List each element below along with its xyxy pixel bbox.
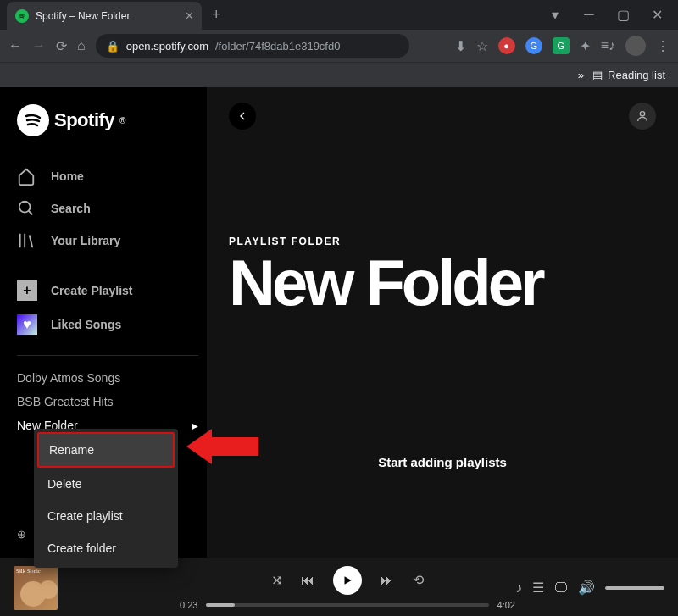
close-tab-icon[interactable]: × bbox=[186, 8, 193, 24]
context-create-playlist[interactable]: Create playlist bbox=[37, 500, 175, 532]
album-art[interactable] bbox=[14, 566, 58, 610]
close-window-icon[interactable]: ✕ bbox=[648, 7, 665, 23]
playlist-item[interactable]: BSB Greatest Hits bbox=[17, 390, 198, 413]
context-rename[interactable]: Rename bbox=[37, 432, 175, 468]
url-host: open.spotify.com bbox=[126, 40, 208, 53]
nav-create-label: Create Playlist bbox=[51, 284, 133, 297]
new-tab-button[interactable]: + bbox=[212, 6, 221, 24]
spotify-logo-text: Spotify bbox=[54, 109, 114, 131]
bookmark-star-icon[interactable]: ☆ bbox=[476, 38, 488, 54]
time-total: 4:02 bbox=[497, 600, 515, 610]
empty-state-text: Start adding playlists bbox=[229, 455, 656, 469]
shuffle-icon[interactable]: ⤨ bbox=[271, 572, 282, 588]
bookmark-bar: » ▤ Reading list bbox=[0, 62, 678, 87]
reading-list-button[interactable]: ▤ Reading list bbox=[592, 69, 665, 81]
spotify-logo-icon bbox=[17, 104, 49, 136]
progress-bar[interactable] bbox=[206, 603, 488, 607]
nav-library-label: Your Library bbox=[51, 234, 120, 247]
svg-marker-5 bbox=[186, 429, 258, 464]
sidebar: Spotify® Home Search Your Library + Crea… bbox=[0, 87, 207, 558]
player-controls: ⤨ ⏮ ⏭ ⟲ 0:23 4:02 bbox=[180, 566, 515, 610]
playlist-label: Dolby Atmos Songs bbox=[17, 371, 120, 385]
translate-icon[interactable]: G bbox=[525, 37, 542, 54]
library-icon bbox=[17, 231, 37, 250]
next-icon[interactable]: ⏭ bbox=[381, 573, 394, 588]
menu-dots-icon[interactable]: ⋮ bbox=[656, 38, 670, 54]
url-path: /folder/74f8dab1e319cfd0 bbox=[215, 40, 340, 53]
install-app-icon[interactable]: ⬇ bbox=[455, 38, 466, 54]
nav-liked-label: Liked Songs bbox=[51, 318, 121, 331]
repeat-icon[interactable]: ⟲ bbox=[413, 572, 424, 588]
nav-search[interactable]: Search bbox=[17, 192, 198, 225]
folder-type-label: PLAYLIST FOLDER bbox=[229, 236, 656, 247]
user-profile-button[interactable] bbox=[629, 103, 656, 130]
nav-home-label: Home bbox=[51, 169, 84, 183]
primary-nav: Home Search Your Library + Create Playli… bbox=[17, 160, 198, 341]
grammarly-icon[interactable]: G bbox=[553, 37, 570, 54]
browser-tab-strip: Spotify – New Folder × + ▾ ─ ▢ ✕ bbox=[0, 0, 678, 30]
lyrics-icon[interactable]: ♪ bbox=[515, 580, 522, 596]
home-icon[interactable]: ⌂ bbox=[77, 38, 86, 53]
heart-icon: ♥ bbox=[17, 314, 37, 335]
reading-list-label: Reading list bbox=[608, 69, 665, 81]
overflow-icon[interactable]: » bbox=[578, 69, 584, 81]
home-icon bbox=[17, 167, 37, 186]
back-icon[interactable]: ← bbox=[8, 38, 22, 53]
svg-point-6 bbox=[640, 112, 644, 116]
spotify-favicon bbox=[15, 9, 29, 23]
playlist-list: Dolby Atmos Songs BSB Greatest Hits New … bbox=[17, 355, 198, 437]
extension-icon[interactable]: ● bbox=[498, 37, 515, 54]
browser-tab[interactable]: Spotify – New Folder × bbox=[7, 2, 202, 30]
puzzle-extensions-icon[interactable]: ✦ bbox=[580, 38, 591, 54]
context-delete[interactable]: Delete bbox=[37, 468, 175, 500]
plus-icon: + bbox=[17, 280, 37, 301]
nav-home[interactable]: Home bbox=[17, 160, 198, 192]
search-icon bbox=[17, 199, 37, 218]
nav-create-playlist[interactable]: + Create Playlist bbox=[17, 274, 198, 308]
forward-icon[interactable]: → bbox=[32, 38, 46, 53]
svg-line-1 bbox=[29, 211, 33, 215]
svg-point-0 bbox=[19, 202, 31, 213]
maximize-icon[interactable]: ▢ bbox=[614, 7, 631, 23]
devices-icon[interactable]: 🖵 bbox=[554, 580, 568, 596]
chevron-down-icon[interactable]: ▾ bbox=[547, 7, 564, 23]
volume-slider[interactable] bbox=[605, 586, 664, 590]
volume-icon[interactable]: 🔊 bbox=[578, 580, 595, 596]
arrow-annotation bbox=[186, 422, 258, 471]
main-content: PLAYLIST FOLDER New Folder Start adding … bbox=[207, 87, 678, 558]
svg-line-4 bbox=[30, 236, 33, 248]
svg-marker-7 bbox=[345, 576, 352, 584]
nav-back-button[interactable] bbox=[229, 103, 256, 130]
nav-library[interactable]: Your Library bbox=[17, 225, 198, 257]
context-create-folder[interactable]: Create folder bbox=[37, 532, 175, 564]
nav-liked-songs[interactable]: ♥ Liked Songs bbox=[17, 308, 198, 341]
playlist-item[interactable]: Dolby Atmos Songs bbox=[17, 366, 198, 390]
play-button[interactable] bbox=[333, 566, 362, 595]
browser-toolbar: ← → ⟳ ⌂ 🔒 open.spotify.com/folder/74f8da… bbox=[0, 30, 678, 62]
spotify-logo[interactable]: Spotify® bbox=[17, 104, 198, 136]
reload-icon[interactable]: ⟳ bbox=[56, 38, 67, 54]
spotify-app: Spotify® Home Search Your Library + Crea… bbox=[0, 87, 678, 558]
nav-search-label: Search bbox=[51, 202, 91, 215]
queue-icon[interactable]: ☰ bbox=[532, 580, 544, 596]
time-current: 0:23 bbox=[180, 600, 197, 610]
minimize-icon[interactable]: ─ bbox=[581, 7, 597, 23]
tab-title: Spotify – New Folder bbox=[36, 10, 179, 22]
profile-avatar[interactable] bbox=[625, 36, 646, 56]
previous-icon[interactable]: ⏮ bbox=[301, 573, 314, 588]
lock-icon: 🔒 bbox=[106, 40, 119, 53]
folder-title[interactable]: New Folder bbox=[229, 251, 656, 315]
address-bar[interactable]: 🔒 open.spotify.com/folder/74f8dab1e319cf… bbox=[96, 34, 409, 58]
download-icon: ⊕ bbox=[17, 528, 26, 541]
volume-controls: ♪ ☰ 🖵 🔊 bbox=[515, 580, 664, 596]
playlist-label: BSB Greatest Hits bbox=[17, 395, 114, 408]
context-menu: Rename Delete Create playlist Create fol… bbox=[34, 429, 178, 568]
media-control-icon[interactable]: ≡♪ bbox=[601, 38, 615, 53]
reading-list-icon: ▤ bbox=[592, 69, 603, 81]
window-controls: ▾ ─ ▢ ✕ bbox=[547, 7, 678, 23]
